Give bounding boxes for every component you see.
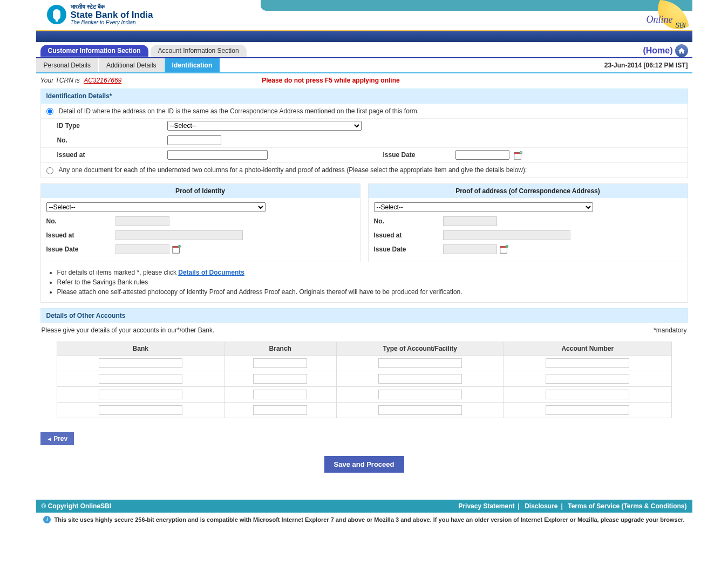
privacy-link[interactable]: Privacy Statement: [458, 502, 514, 510]
subtab-identification[interactable]: Identification: [165, 58, 220, 72]
blue-strip: [36, 31, 692, 42]
subtab-additional[interactable]: Additional Details: [99, 58, 165, 72]
accounts-table: Bank Branch Type of Account/Facility Acc…: [57, 342, 672, 418]
tcrn-label: Your TCRN is: [40, 77, 80, 84]
poa-no-label: No.: [374, 217, 443, 225]
proof-address-header: Proof of address (of Correspondence Addr…: [369, 184, 688, 198]
poa-issued-at-label: Issued at: [374, 231, 443, 239]
online-sbi-logo: Online SBI: [644, 0, 689, 30]
tab-account-section[interactable]: Account Information Section: [151, 45, 247, 57]
type-input[interactable]: [378, 374, 462, 384]
svg-point-6: [178, 245, 180, 248]
disclosure-link[interactable]: Disclosure: [525, 502, 557, 510]
svg-rect-3: [520, 152, 521, 153]
acctno-input[interactable]: [546, 390, 629, 399]
mandatory-label: *mandatory: [654, 326, 686, 334]
table-row: [57, 402, 671, 418]
bullet-rules: Refer to the Savings Bank rules: [57, 277, 684, 287]
poi-issue-date-label: Issue Date: [46, 246, 115, 253]
calendar-icon[interactable]: [513, 151, 523, 160]
bank-input[interactable]: [99, 374, 182, 384]
calendar-icon[interactable]: [172, 244, 181, 254]
type-input[interactable]: [378, 358, 462, 368]
acctno-input[interactable]: [546, 405, 629, 415]
teal-bar: [261, 0, 692, 11]
other-accounts-note: Please give your details of your account…: [42, 326, 654, 334]
home-link[interactable]: (Home): [643, 44, 688, 57]
poi-no-input[interactable]: [115, 216, 169, 226]
online-text: Online: [647, 14, 673, 25]
copyright: © Copyright OnlineSBI: [42, 502, 112, 510]
radio-same-address[interactable]: [46, 108, 53, 115]
id-type-select[interactable]: --Select--: [167, 121, 362, 131]
branch-input[interactable]: [253, 405, 307, 415]
radio-same-address-label: Detail of ID where the address on the ID…: [59, 107, 419, 115]
acctno-input[interactable]: [546, 374, 629, 384]
table-row: [57, 386, 671, 402]
acctno-input[interactable]: [546, 358, 629, 368]
radio-two-docs-label: Any one document for each of the underno…: [59, 166, 527, 174]
radio-two-docs[interactable]: [46, 167, 53, 174]
proof-identity-select[interactable]: --Select--: [46, 202, 266, 212]
home-label: (Home): [643, 46, 672, 56]
info-icon: i: [43, 516, 51, 523]
id-issued-at-input[interactable]: [167, 150, 268, 160]
proof-address-select[interactable]: --Select--: [374, 202, 593, 212]
bank-input[interactable]: [99, 390, 182, 399]
compat-text: This site uses highly secure 256-bit enc…: [54, 516, 684, 523]
id-no-label: No.: [41, 134, 165, 147]
bullet-attach: Please attach one self-attested photocop…: [57, 287, 684, 297]
col-acctno: Account Number: [504, 342, 672, 355]
col-type: Type of Account/Facility: [336, 342, 504, 355]
tab-customer-section[interactable]: Customer Information Section: [40, 45, 148, 57]
branch-input[interactable]: [253, 358, 307, 368]
poa-issue-date-input[interactable]: [443, 244, 497, 254]
header: भारतीय स्टेट बैंक State Bank of India Th…: [36, 0, 692, 31]
poi-issued-at-label: Issued at: [46, 231, 115, 239]
type-input[interactable]: [378, 390, 462, 399]
col-branch: Branch: [224, 342, 336, 355]
poi-issued-at-input[interactable]: [115, 230, 243, 240]
id-issue-date-input[interactable]: [455, 150, 509, 160]
prev-button[interactable]: Prev: [40, 432, 74, 445]
id-issue-date-label: Issue Date: [383, 151, 453, 159]
poa-issue-date-label: Issue Date: [374, 246, 443, 253]
poa-no-input[interactable]: [443, 216, 497, 226]
type-input[interactable]: [378, 405, 462, 415]
sbi-logo-icon: [47, 5, 66, 24]
datetime: 23-Jun-2014 [06:12 PM IST]: [604, 62, 692, 69]
home-icon: [675, 44, 688, 57]
details-of-documents-link[interactable]: Details of Documents: [178, 269, 244, 276]
f5-warning: Please do not press F5 while applying on…: [262, 77, 399, 84]
tcrn-link[interactable]: AC32167669: [84, 77, 121, 84]
tos-link[interactable]: Terms of Service (Terms & Conditions): [568, 502, 686, 510]
col-bank: Bank: [57, 342, 224, 355]
save-proceed-button[interactable]: Save and Proceed: [324, 456, 404, 473]
table-row: [57, 355, 671, 371]
table-row: [57, 371, 671, 386]
poi-no-label: No.: [46, 217, 115, 225]
identification-header: Identification Details*: [40, 88, 688, 104]
proof-identity-header: Proof of Identity: [41, 184, 360, 198]
poa-issued-at-input[interactable]: [443, 230, 570, 240]
branch-input[interactable]: [253, 390, 307, 399]
sbi-text: SBI: [675, 22, 685, 29]
id-no-input[interactable]: [167, 135, 221, 145]
calendar-icon[interactable]: [499, 244, 509, 254]
bullet-docs: For details of items marked *, please cl…: [57, 268, 684, 277]
bank-input[interactable]: [99, 358, 182, 368]
bank-input[interactable]: [99, 405, 182, 415]
poi-issue-date-input[interactable]: [115, 244, 169, 254]
branch-input[interactable]: [253, 374, 307, 384]
other-accounts-header: Details of Other Accounts: [40, 308, 688, 323]
bank-name: State Bank of India: [71, 10, 153, 19]
subtab-personal[interactable]: Personal Details: [36, 58, 99, 72]
bank-tagline: The Banker to Every Indian: [71, 19, 153, 25]
svg-point-9: [505, 245, 508, 248]
id-type-label: ID Type: [41, 119, 165, 132]
id-issued-at-label: Issued at: [41, 148, 165, 161]
